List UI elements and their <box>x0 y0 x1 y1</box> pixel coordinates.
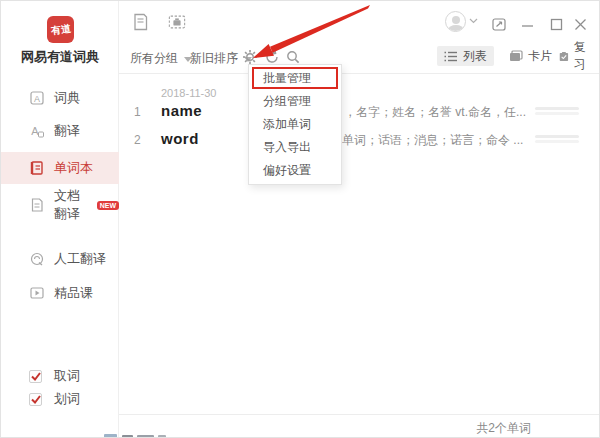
avatar[interactable] <box>445 11 466 32</box>
sidebar-item-dictionary[interactable]: A 词典 <box>1 82 119 114</box>
sidebar-item-wordbook[interactable]: 单词本 <box>1 152 119 184</box>
menu-item-group-manage[interactable]: 分组管理 <box>249 90 341 113</box>
sidebar-item-translate[interactable]: A 翻译 <box>1 115 119 147</box>
view-list-button[interactable]: 列表 <box>437 46 494 66</box>
group-filter-label: 所有分组 <box>130 50 178 67</box>
sidebar-item-doc-translate[interactable]: 文档翻译 NEW <box>1 189 119 221</box>
maximize-button[interactable] <box>547 15 565 33</box>
row-index: 2 <box>134 133 141 147</box>
view-card-label: 卡片 <box>528 48 552 65</box>
wordbook-icon <box>29 160 45 176</box>
note-document-icon[interactable] <box>131 13 149 31</box>
word-count: 共2个单词 <box>476 420 531 437</box>
wordbook-toolbar: 所有分组 新旧排序 列表 卡片 复习 <box>119 45 599 73</box>
review-check-icon <box>559 50 569 63</box>
footer-divider <box>119 414 599 415</box>
screenshot-icon[interactable] <box>168 13 186 31</box>
sidebar-item-label: 人工翻译 <box>54 250 106 268</box>
fullscreen-icon[interactable] <box>490 15 508 33</box>
toggle-word-select[interactable]: 划词 <box>1 388 119 410</box>
toggle-label: 划词 <box>54 390 80 408</box>
sort-order-label: 新旧排序 <box>190 50 238 67</box>
menu-item-import-export[interactable]: 导入导出 <box>249 136 341 159</box>
word-text[interactable]: name <box>161 102 202 119</box>
sidebar-item-label: 文档翻译 <box>54 187 93 223</box>
sidebar: 有道 网易有道词典 A 词典 A 翻译 单词本 文档翻译 NEW <box>1 1 119 438</box>
toolbar-divider <box>119 73 599 74</box>
close-button[interactable] <box>571 15 589 33</box>
toggle-label: 取词 <box>54 367 80 385</box>
card-icon <box>509 50 523 62</box>
word-definition: ，名字；姓名；名誉 vt.命名，任... <box>344 104 526 121</box>
app-window: 有道 网易有道词典 A 词典 A 翻译 单词本 文档翻译 NEW <box>0 0 600 438</box>
word-text[interactable]: word <box>161 130 199 147</box>
headset-icon <box>29 251 45 267</box>
view-list-label: 列表 <box>463 48 487 65</box>
word-definition: 单词；话语；消息；诺言；命令 ... <box>342 132 523 149</box>
group-filter-dropdown[interactable]: 所有分组 <box>130 50 192 67</box>
sidebar-item-human-translate[interactable]: 人工翻译 <box>1 243 119 275</box>
sidebar-item-label: 精品课 <box>54 284 93 302</box>
wordlist-date: 2018-11-30 <box>161 87 216 99</box>
svg-text:A: A <box>34 94 40 104</box>
sidebar-item-label: 单词本 <box>54 159 93 177</box>
menu-item-preferences[interactable]: 偏好设置 <box>249 159 341 182</box>
youdao-logo-icon: 有道 <box>47 16 74 43</box>
new-badge: NEW <box>97 201 119 210</box>
minimize-button[interactable] <box>518 15 536 33</box>
familiarity-bars <box>535 107 579 117</box>
menu-item-add-word[interactable]: 添加单词 <box>249 113 341 136</box>
review-button[interactable]: 复习 <box>552 46 599 66</box>
bottom-edge-fragment <box>104 434 117 438</box>
document-translate-icon <box>29 197 45 213</box>
sidebar-item-premium-course[interactable]: 精品课 <box>1 277 119 309</box>
menu-item-batch-manage[interactable]: 批量管理 <box>249 67 341 90</box>
titlebar <box>119 1 599 39</box>
checkbox-checked-icon <box>29 393 42 406</box>
chevron-down-icon[interactable] <box>467 15 479 27</box>
dictionary-icon: A <box>29 90 45 106</box>
checkbox-checked-icon <box>29 370 42 383</box>
sidebar-item-label: 翻译 <box>54 122 80 140</box>
review-label: 复习 <box>574 39 592 73</box>
play-course-icon <box>29 285 45 301</box>
toggle-word-capture[interactable]: 取词 <box>1 365 119 387</box>
list-icon <box>444 51 458 62</box>
row-index: 1 <box>134 105 141 119</box>
translate-icon: A <box>29 123 45 139</box>
gear-menu: 批量管理 分组管理 添加单词 导入导出 偏好设置 <box>248 64 342 185</box>
sidebar-item-label: 词典 <box>54 89 80 107</box>
app-title: 网易有道词典 <box>1 48 119 66</box>
view-card-button[interactable]: 卡片 <box>502 46 559 66</box>
familiarity-bars <box>535 135 579 145</box>
